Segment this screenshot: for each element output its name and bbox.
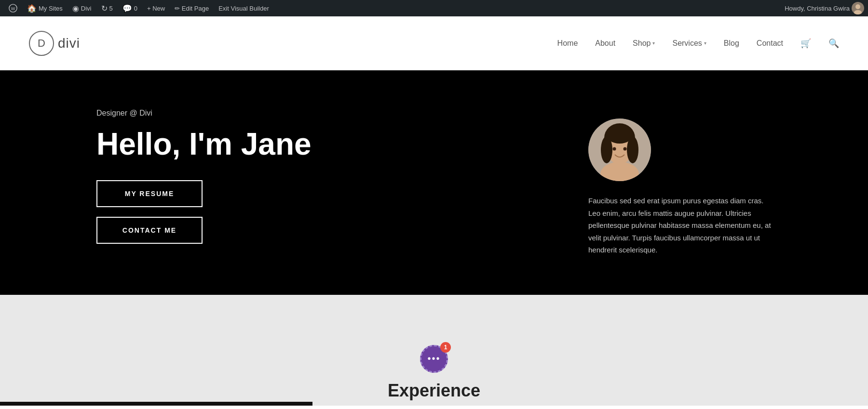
user-greeting: Howdy, Christina Gwira	[785, 5, 850, 12]
hero-bio: Faucibus sed sed erat ipsum purus egesta…	[588, 195, 772, 256]
divi-item[interactable]: ◉ Divi	[68, 0, 96, 16]
edit-page-item[interactable]: ✏ Edit Page	[170, 0, 214, 16]
experience-section: ••• 1 Experience	[388, 345, 480, 401]
logo-circle: D	[29, 31, 54, 56]
admin-bar-right: Howdy, Christina Gwira	[785, 2, 864, 14]
divi-label: Divi	[81, 5, 92, 12]
contact-button[interactable]: CONTACT ME	[96, 217, 203, 244]
search-icon[interactable]: 🔍	[828, 38, 839, 49]
svg-point-12	[613, 147, 616, 151]
nav-about[interactable]: About	[595, 39, 615, 48]
edit-page-label: ✏ Edit Page	[175, 5, 209, 12]
wp-logo-item[interactable]: W	[4, 0, 22, 16]
my-sites-icon: 🏠	[27, 4, 37, 13]
nav-shop[interactable]: Shop ▾	[633, 39, 655, 48]
comments-icon: 💬	[122, 4, 132, 13]
nav-home[interactable]: Home	[557, 39, 578, 48]
updates-count: 5	[109, 5, 113, 12]
wp-icon: W	[9, 4, 17, 13]
my-sites-item[interactable]: 🏠 My Sites	[22, 0, 68, 16]
site-header: D divi Home About Shop ▾ Services ▾ Blog…	[0, 16, 868, 70]
hero-subtitle: Designer @ Divi	[96, 109, 530, 118]
resume-button[interactable]: MY RESUME	[96, 180, 203, 207]
svg-text:W: W	[11, 6, 15, 11]
updates-icon: ↻	[101, 4, 108, 13]
logo-letter: D	[38, 37, 45, 50]
comments-count: 0	[134, 5, 137, 12]
updates-item[interactable]: ↻ 5	[96, 0, 118, 16]
exit-builder-item[interactable]: Exit Visual Builder	[214, 0, 274, 16]
hero-right: Faucibus sed sed erat ipsum purus egesta…	[588, 109, 772, 256]
comments-item[interactable]: 💬 0	[118, 0, 142, 16]
svg-point-3	[855, 4, 860, 9]
services-dropdown-arrow: ▾	[704, 40, 706, 46]
shop-dropdown-arrow: ▾	[652, 40, 655, 46]
black-bar	[0, 402, 312, 406]
cart-icon[interactable]: 🛒	[800, 38, 811, 49]
site-logo[interactable]: D divi	[29, 31, 80, 56]
module-dots-icon: •••	[427, 353, 440, 364]
experience-title: Experience	[388, 381, 480, 401]
below-hero-section: ••• 1 Experience	[0, 295, 868, 406]
avatar	[852, 2, 864, 14]
hero-title: Hello, I'm Jane	[96, 127, 530, 161]
logo-name: divi	[58, 36, 80, 51]
my-sites-label: My Sites	[39, 5, 63, 12]
hero-left: Designer @ Divi Hello, I'm Jane MY RESUM…	[96, 109, 530, 244]
hero-section: Designer @ Divi Hello, I'm Jane MY RESUM…	[0, 70, 868, 295]
nav-blog[interactable]: Blog	[724, 39, 739, 48]
nav-contact[interactable]: Contact	[757, 39, 783, 48]
module-add-button[interactable]: ••• 1	[420, 345, 448, 373]
svg-point-10	[606, 124, 633, 144]
site-nav: Home About Shop ▾ Services ▾ Blog Contac…	[557, 38, 839, 49]
new-item[interactable]: + New	[142, 0, 170, 16]
divi-icon: ◉	[72, 4, 79, 13]
svg-point-13	[624, 147, 627, 151]
notification-badge: 1	[440, 342, 451, 353]
new-label: + New	[147, 5, 165, 12]
exit-builder-label: Exit Visual Builder	[218, 5, 269, 12]
hero-avatar	[588, 119, 651, 181]
admin-bar: W 🏠 My Sites ◉ Divi ↻ 5 💬 0 + New ✏ Edit…	[0, 0, 868, 16]
nav-services[interactable]: Services ▾	[672, 39, 706, 48]
